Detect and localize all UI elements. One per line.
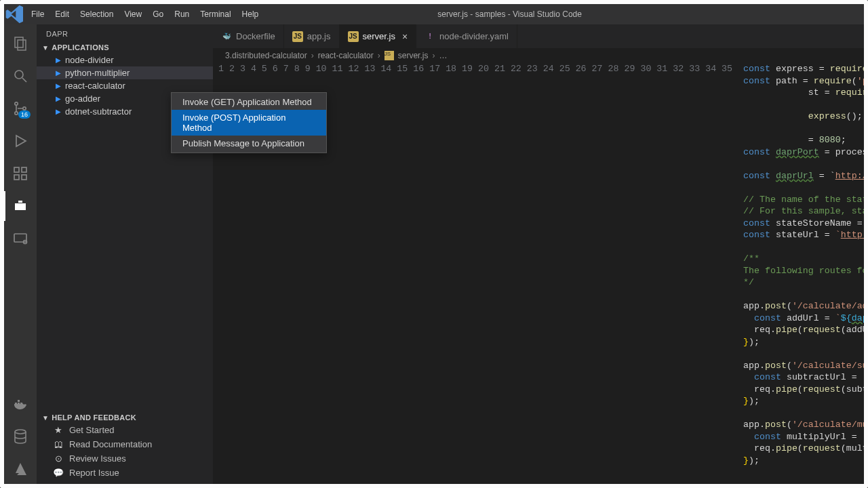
play-icon: ▶ xyxy=(56,108,61,115)
tab-label: server.js xyxy=(363,31,395,41)
menu-terminal[interactable]: Terminal xyxy=(195,4,236,24)
svg-rect-11 xyxy=(22,167,26,172)
app-item-python-multiplier[interactable]: ▶python-multiplier xyxy=(37,66,213,79)
help-icon: ★ xyxy=(53,425,64,435)
scm-badge: 16 xyxy=(18,110,31,119)
play-icon: ▶ xyxy=(56,82,61,89)
help-icon: ⊙ xyxy=(53,453,64,464)
app-label: go-adder xyxy=(65,94,100,104)
help-tree: ★Get Started🕮Read Documentation⊙Review I… xyxy=(37,423,213,480)
breadcrumb-item[interactable]: 3.distributed-calculator xyxy=(225,51,307,60)
help-section: ▼ HELP AND FEEDBACK ★Get Started🕮Read Do… xyxy=(37,412,213,484)
help-label: Report Issue xyxy=(69,468,119,478)
ctx-item[interactable]: Invoke (GET) Application Method xyxy=(172,94,326,110)
help-label: Review Issues xyxy=(69,453,126,464)
play-icon: ▶ xyxy=(56,69,61,77)
help-icon: 🕮 xyxy=(53,439,64,449)
help-item[interactable]: 💬Report Issue xyxy=(37,466,213,480)
help-label: Get Started xyxy=(69,425,114,435)
svg-rect-0 xyxy=(15,37,23,47)
app-label: node-divider xyxy=(65,55,114,65)
database-icon[interactable] xyxy=(4,422,37,451)
menu-edit[interactable]: Edit xyxy=(50,4,75,24)
svg-rect-8 xyxy=(14,167,19,172)
play-icon: ▶ xyxy=(56,56,61,64)
svg-point-6 xyxy=(23,107,26,110)
ctx-item[interactable]: Invoke (POST) Application Method xyxy=(172,110,326,136)
breadcrumb-more[interactable]: … xyxy=(439,51,447,60)
vscode-logo-icon xyxy=(4,3,26,25)
svg-rect-13 xyxy=(18,201,22,203)
help-item[interactable]: 🕮Read Documentation xyxy=(37,437,213,451)
menu-go[interactable]: Go xyxy=(147,4,169,24)
activity-bar: 16 xyxy=(4,24,37,484)
app-label: react-calculator xyxy=(65,81,125,91)
tab-app.js[interactable]: JSapp.js xyxy=(284,24,340,48)
editor-tabs: 🐳DockerfileJSapp.jsJSserver.js×!node-div… xyxy=(213,24,864,48)
ctx-item[interactable]: Publish Message to Application xyxy=(172,136,326,151)
chevron-down-icon: ▼ xyxy=(42,414,49,422)
tab-Dockerfile[interactable]: 🐳Dockerfile xyxy=(213,24,284,48)
apps-section-header[interactable]: ▼ APPLICATIONS xyxy=(37,42,213,53)
app-item-node-divider[interactable]: ▶node-divider xyxy=(37,54,213,66)
tab-label: Dockerfile xyxy=(236,31,275,41)
breadcrumb[interactable]: 3.distributed-calculator› react-calculat… xyxy=(213,48,864,63)
svg-marker-7 xyxy=(16,136,26,146)
code-lines[interactable]: const express = require('express'); cons… xyxy=(743,63,864,484)
js-icon: JS xyxy=(292,31,303,42)
svg-rect-12 xyxy=(15,203,26,210)
main: 16 DAPR ▼ APPLICATIONS ▶node-divider▶pyt… xyxy=(4,24,864,484)
help-section-label: HELP AND FEEDBACK xyxy=(52,413,136,422)
yaml-icon: ! xyxy=(425,31,435,42)
svg-point-2 xyxy=(15,70,23,79)
context-menu: Invoke (GET) Application MethodInvoke (P… xyxy=(171,92,327,153)
svg-line-3 xyxy=(22,78,26,82)
docker-icon[interactable] xyxy=(4,389,37,419)
remote-icon[interactable] xyxy=(4,224,37,253)
svg-point-5 xyxy=(15,112,18,115)
help-icon: 💬 xyxy=(53,468,64,478)
extensions-icon[interactable] xyxy=(4,159,37,188)
svg-rect-1 xyxy=(18,40,26,50)
azure-icon[interactable] xyxy=(4,454,37,484)
help-item[interactable]: ⊙Review Issues xyxy=(37,451,213,466)
side-title: DAPR xyxy=(37,24,213,42)
vscode-window: FileEditSelectionViewGoRunTerminalHelp s… xyxy=(0,0,868,488)
help-item[interactable]: ★Get Started xyxy=(37,423,213,437)
app-label: dotnet-subtractor xyxy=(65,106,132,117)
search-icon[interactable] xyxy=(4,61,37,91)
app-item-react-calculator[interactable]: ▶react-calculator xyxy=(37,79,213,92)
dapr-extension-icon[interactable] xyxy=(4,191,37,221)
app-label: python-multiplier xyxy=(65,68,130,78)
svg-rect-10 xyxy=(22,175,26,180)
play-icon: ▶ xyxy=(56,95,61,102)
docker-icon: 🐳 xyxy=(221,31,232,42)
menu-file[interactable]: File xyxy=(26,4,50,24)
run-debug-icon[interactable] xyxy=(4,126,37,156)
help-section-header[interactable]: ▼ HELP AND FEEDBACK xyxy=(37,412,213,423)
menu-selection[interactable]: Selection xyxy=(75,4,119,24)
title-bar: FileEditSelectionViewGoRunTerminalHelp s… xyxy=(4,4,864,24)
tab-label: node-divider.yaml xyxy=(439,31,509,41)
menu-view[interactable]: View xyxy=(119,4,147,24)
menu-run[interactable]: Run xyxy=(169,4,195,24)
breadcrumb-item[interactable]: react-calculator xyxy=(318,51,374,60)
js-icon: JS xyxy=(348,31,359,42)
svg-point-20 xyxy=(15,430,26,434)
svg-rect-9 xyxy=(14,175,19,180)
help-label: Read Documentation xyxy=(69,439,152,449)
svg-point-4 xyxy=(15,102,18,105)
tab-label: app.js xyxy=(307,31,331,41)
explorer-icon[interactable] xyxy=(4,28,37,58)
menu-help[interactable]: Help xyxy=(237,4,264,24)
apps-section-label: APPLICATIONS xyxy=(52,43,109,52)
js-icon: JS xyxy=(384,51,394,60)
menu-bar: FileEditSelectionViewGoRunTerminalHelp xyxy=(26,4,264,24)
tab-server.js[interactable]: JSserver.js× xyxy=(340,24,417,48)
source-control-icon[interactable]: 16 xyxy=(4,94,37,123)
window-title: server.js - samples - Visual Studio Code xyxy=(264,9,864,19)
breadcrumb-item[interactable]: server.js xyxy=(398,51,429,60)
close-icon[interactable]: × xyxy=(399,31,408,42)
tab-node-divider.yaml[interactable]: !node-divider.yaml xyxy=(416,24,517,48)
svg-rect-19 xyxy=(18,400,20,402)
